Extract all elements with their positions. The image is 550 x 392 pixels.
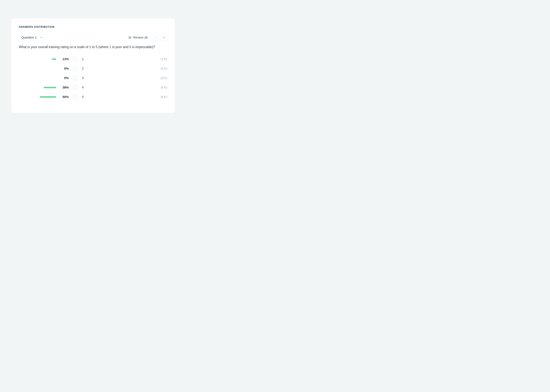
points-label: (1 P.) (154, 58, 167, 61)
controls-left: Question 1 (19, 34, 45, 41)
option-label: 1 (81, 57, 152, 61)
prev-question-button[interactable] (152, 34, 159, 41)
bar-cell (19, 92, 56, 102)
points-label: (4 P.) (154, 86, 167, 89)
list-icon (128, 36, 132, 39)
question-text: What is your overall training rating on … (19, 45, 167, 49)
review-all-label: Review all (133, 36, 147, 39)
bar-cell (19, 73, 56, 83)
chevron-left-icon (154, 36, 157, 39)
controls-right: Review all (127, 34, 167, 41)
percentage-value: 50% (59, 95, 69, 99)
option-label: 2 (81, 67, 152, 70)
percentage-value: 13% (59, 57, 69, 61)
card-title: ANSWERS DISTRIBUTION (19, 26, 167, 28)
radio-indicator (73, 95, 77, 99)
percentage-value: 38% (59, 86, 69, 89)
question-dropdown[interactable]: Question 1 (19, 34, 45, 41)
percentage-value: 0% (59, 67, 69, 70)
option-label: 4 (81, 86, 152, 89)
distribution-row: 13%1(1 P.) (19, 54, 167, 64)
bar-fill (40, 96, 56, 98)
points-label: (3 P.) (154, 77, 167, 80)
percentage-value: 0% (59, 76, 69, 80)
bar-fill (44, 87, 56, 88)
next-question-button[interactable] (160, 34, 167, 41)
distribution-row: 0%2(2 P.) (19, 64, 167, 73)
bar-fill (52, 58, 56, 60)
radio-indicator (73, 66, 77, 71)
distribution-row: 38%4(4 P.) (19, 83, 167, 92)
review-all-button[interactable]: Review all (127, 35, 149, 40)
chevron-down-icon (40, 36, 42, 39)
option-label: 5 (81, 95, 152, 99)
radio-indicator (73, 85, 77, 90)
distribution-rows: 13%1(1 P.)0%2(2 P.)0%3(3 P.)38%4(4 P.)50… (19, 54, 167, 102)
bar-cell (19, 64, 56, 73)
controls-row: Question 1 Review all (19, 34, 167, 41)
distribution-row: 50%5(5 P.) (19, 92, 167, 102)
points-label: (5 P.) (154, 95, 167, 99)
chevron-right-icon (163, 36, 165, 39)
question-dropdown-label: Question 1 (21, 36, 36, 39)
points-label: (2 P.) (154, 67, 167, 70)
answers-distribution-card: ANSWERS DISTRIBUTION Question 1 Review a… (11, 19, 175, 113)
distribution-row: 0%3(3 P.) (19, 73, 167, 83)
radio-indicator (73, 57, 77, 61)
radio-indicator (73, 76, 77, 80)
option-label: 3 (81, 76, 152, 80)
bar-cell (19, 83, 56, 92)
bar-cell (19, 54, 56, 64)
